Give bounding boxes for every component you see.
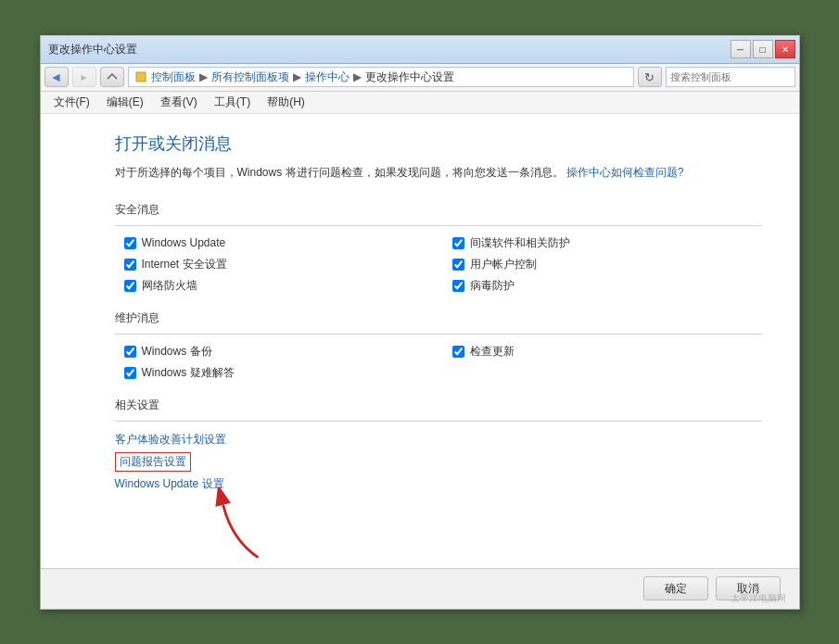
checkbox-spyware[interactable]: 间谍软件和相关防护 <box>452 235 762 251</box>
checkbox-check-updates[interactable]: 检查更新 <box>452 344 762 360</box>
menu-bar: 文件(F) 编辑(E) 查看(V) 工具(T) 帮助(H) <box>41 92 799 114</box>
security-divider <box>115 225 762 226</box>
related-settings-title: 相关设置 <box>115 398 762 413</box>
forward-button[interactable]: ► <box>72 67 96 87</box>
close-button[interactable]: ✕ <box>775 40 795 58</box>
maintenance-divider <box>115 334 762 335</box>
confirm-button[interactable]: 确定 <box>643 576 708 600</box>
breadcrumb-path: 控制面板 ▶ 所有控制面板项 ▶ 操作中心 ▶ 更改操作中心设置 <box>128 67 634 87</box>
security-section-title: 安全消息 <box>115 202 762 218</box>
red-arrow-annotation <box>198 487 300 566</box>
menu-edit[interactable]: 编辑(E) <box>99 93 151 112</box>
minimize-button[interactable]: ─ <box>731 40 751 58</box>
checkbox-internet-security-input[interactable] <box>124 259 136 271</box>
checkbox-troubleshoot[interactable]: Windows 疑难解答 <box>124 365 434 381</box>
related-settings-section: 相关设置 客户体验改善计划设置 问题报告设置 Windows Update 设置 <box>115 398 762 497</box>
checkbox-windows-update-input[interactable] <box>124 237 136 249</box>
security-checkboxes: Windows Update 间谍软件和相关防护 Internet 安全设置 用… <box>115 235 762 294</box>
page-title: 打开或关闭消息 <box>115 133 762 155</box>
related-divider <box>115 421 762 422</box>
search-input[interactable] <box>670 71 798 82</box>
checkbox-windows-update[interactable]: Windows Update <box>124 235 434 251</box>
search-box <box>666 67 795 87</box>
checkbox-firewall[interactable]: 网络防火墙 <box>124 278 434 294</box>
up-button[interactable] <box>100 67 124 87</box>
breadcrumb-all-items[interactable]: 所有控制面板项 <box>211 69 289 85</box>
main-window: 更改操作中心设置 ─ □ ✕ ◄ ► 控制面板 ▶ 所有控制面板项 ▶ <box>40 35 800 610</box>
svg-rect-0 <box>136 72 146 82</box>
back-button[interactable]: ◄ <box>44 67 69 87</box>
checkbox-uac[interactable]: 用户帐户控制 <box>452 257 762 272</box>
window-controls: ─ □ ✕ <box>731 40 795 58</box>
checkbox-firewall-input[interactable] <box>124 280 136 292</box>
address-bar: ◄ ► 控制面板 ▶ 所有控制面板项 ▶ 操作中心 ▶ 更改操作中心设置 ↻ <box>41 64 799 92</box>
problem-reporting-link[interactable]: 问题报告设置 <box>115 452 191 472</box>
refresh-button[interactable]: ↻ <box>638 67 662 87</box>
action-center-help-link[interactable]: 操作中心如何检查问题? <box>566 166 684 179</box>
windows-update-settings-link[interactable]: Windows Update 设置 <box>115 475 762 493</box>
checkbox-check-updates-input[interactable] <box>452 346 464 358</box>
title-bar: 更改操作中心设置 ─ □ ✕ <box>41 36 799 64</box>
menu-view[interactable]: 查看(V) <box>153 93 205 112</box>
checkbox-backup-input[interactable] <box>124 346 136 358</box>
breadcrumb-action-center[interactable]: 操作中心 <box>305 69 350 85</box>
customer-experience-link[interactable]: 客户体验改善计划设置 <box>115 431 762 448</box>
window-title: 更改操作中心设置 <box>44 42 137 57</box>
bottom-bar: 确定 取消 <box>41 568 799 609</box>
checkbox-uac-input[interactable] <box>452 259 464 271</box>
breadcrumb-current: 更改操作中心设置 <box>365 69 454 85</box>
checkbox-internet-security[interactable]: Internet 安全设置 <box>124 257 434 272</box>
maintenance-section-title: 维护消息 <box>115 310 762 326</box>
maintenance-checkboxes: Windows 备份 检查更新 Windows 疑难解答 <box>115 344 762 381</box>
checkbox-antivirus-input[interactable] <box>452 280 464 292</box>
checkbox-troubleshoot-input[interactable] <box>124 367 136 379</box>
checkbox-backup[interactable]: Windows 备份 <box>124 344 434 360</box>
maximize-button[interactable]: □ <box>753 40 773 58</box>
menu-file[interactable]: 文件(F) <box>46 93 97 112</box>
maintenance-section: 维护消息 Windows 备份 检查更新 Windows 疑难解答 <box>115 310 762 381</box>
watermark: 太平洋电脑网 <box>731 592 786 605</box>
content-area: 打开或关闭消息 对于所选择的每个项目，Windows 将进行问题检查，如果发现问… <box>41 114 799 568</box>
page-description: 对于所选择的每个项目，Windows 将进行问题检查，如果发现问题，将向您发送一… <box>115 164 762 182</box>
checkbox-spyware-input[interactable] <box>452 237 464 249</box>
breadcrumb-control-panel[interactable]: 控制面板 <box>151 69 196 85</box>
checkbox-antivirus[interactable]: 病毒防护 <box>452 278 762 294</box>
menu-help[interactable]: 帮助(H) <box>260 93 312 112</box>
menu-tools[interactable]: 工具(T) <box>207 93 258 112</box>
security-section: 安全消息 Windows Update 间谍软件和相关防护 Internet 安… <box>115 202 762 294</box>
